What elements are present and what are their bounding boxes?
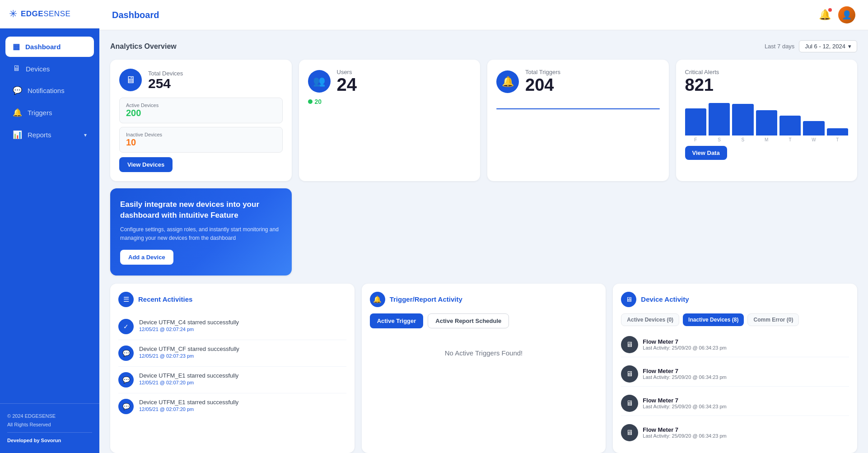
logo-text: EDGESENSE <box>21 9 70 19</box>
device-last-activity: Last Activity: 25/09/20 @ 06:34:23 pm <box>643 433 726 439</box>
sidebar-item-dashboard[interactable]: ▦ Dashboard <box>5 37 94 57</box>
sidebar: ✳ EDGESENSE ▦ Dashboard 🖥 Devices 💬 Noti… <box>0 0 99 453</box>
recent-activities-icon: ☰ <box>118 292 134 307</box>
main-content: Dashboard 🔔 👤 Analytics Overview Last 7 … <box>99 0 868 453</box>
view-devices-button[interactable]: View Devices <box>119 157 173 172</box>
notification-button[interactable]: 🔔 <box>819 9 831 21</box>
inactive-devices-value: 10 <box>126 137 276 148</box>
triggers-label: Total Triggers <box>525 69 560 75</box>
reports-icon: 📊 <box>13 130 22 140</box>
activity-text: Device UTFM_E1 starred successfully <box>139 399 238 406</box>
bottom-row: ☰ Recent Activities ✓ Device UTFM_C4 sta… <box>110 284 857 453</box>
activity-icon: 💬 <box>118 372 134 388</box>
device-avatar: 🖥 <box>621 365 638 383</box>
date-filter: Last 7 days Jul 6 - 12, 2024 ▾ <box>765 40 857 52</box>
device-name: Flow Meter 7 <box>643 426 726 433</box>
bar-label: S <box>709 137 730 142</box>
bar-label: S <box>732 137 753 142</box>
sidebar-item-label: Devices <box>26 65 50 73</box>
activity-item: 💬 Device UTFM_E1 starred successfully 12… <box>118 367 346 393</box>
trigger-activity-title: Trigger/Report Activity <box>390 295 462 303</box>
device-activity-title: Device Activity <box>641 295 689 303</box>
triggers-divider <box>496 108 660 109</box>
device-tab[interactable]: Comm Error (0) <box>747 313 799 326</box>
sidebar-item-label: Reports <box>28 131 51 139</box>
developed-by: Developed by Sovorun <box>7 436 92 445</box>
chevron-down-icon: ▾ <box>848 43 851 50</box>
device-tab[interactable]: Active Devices (0) <box>621 313 679 326</box>
analytics-title: Analytics Overview <box>110 42 177 51</box>
cards-row: 🖥 Total Devices 254 Active Devices 200 I… <box>110 60 857 276</box>
header: Dashboard 🔔 👤 <box>99 0 868 30</box>
header-right: 🔔 👤 <box>819 6 855 23</box>
activity-item: 💬 Device UTFM_E1 starred successfully 12… <box>118 393 346 420</box>
bar-labels: FSSMTWT <box>685 137 849 142</box>
cta-card: Easily integrate new devices into your d… <box>110 188 292 276</box>
inactive-devices-label: Inactive Devices <box>126 132 276 137</box>
date-filter-label: Last 7 days <box>765 43 795 50</box>
sidebar-item-notifications[interactable]: 💬 Notifications <box>5 80 94 101</box>
triggers-value: 204 <box>525 75 560 95</box>
users-sub: 20 <box>308 98 471 105</box>
trigger-tab[interactable]: Active Trigger <box>370 313 424 328</box>
activity-list: ✓ Device UTFM_C4 starred successfully 12… <box>118 313 346 420</box>
bar-T <box>779 116 801 135</box>
green-dot-icon <box>308 99 313 104</box>
device-name: Flow Meter 7 <box>643 338 726 345</box>
device-last-activity: Last Activity: 25/09/20 @ 06:34:23 pm <box>643 374 726 380</box>
bar-label: W <box>803 137 824 142</box>
sidebar-nav: ▦ Dashboard 🖥 Devices 💬 Notifications 🔔 … <box>0 28 99 403</box>
total-devices-card: 🖥 Total Devices 254 Active Devices 200 I… <box>110 60 292 181</box>
activity-icon: ✓ <box>118 319 134 334</box>
device-last-activity: Last Activity: 25/09/20 @ 06:34:23 pm <box>643 345 726 350</box>
activity-text: Device UTFM_E1 starred successfully <box>139 372 238 379</box>
bar-label: F <box>685 137 706 142</box>
device-last-activity: Last Activity: 25/09/20 @ 06:34:23 pm <box>643 404 726 409</box>
date-range-button[interactable]: Jul 6 - 12, 2024 ▾ <box>799 40 857 52</box>
device-activity-card: 🖥 Device Activity Active Devices (0)Inac… <box>613 284 857 453</box>
trigger-activity-card: 🔔 Trigger/Report Activity Active Trigger… <box>362 284 606 453</box>
activity-time: 12/05/21 @ 02:07:24 pm <box>139 327 239 332</box>
device-name: Flow Meter 7 <box>643 397 726 404</box>
device-list: 🖥 Flow Meter 7 Last Activity: 25/09/20 @… <box>621 332 849 445</box>
triggers-card: 🔔 Total Triggers 204 <box>487 60 669 181</box>
sidebar-item-triggers[interactable]: 🔔 Triggers <box>5 103 94 123</box>
device-item: 🖥 Flow Meter 7 Last Activity: 25/09/20 @… <box>621 420 849 445</box>
sidebar-item-reports[interactable]: 📊 Reports ▾ <box>5 125 94 145</box>
cta-description: Configure settings, assign roles, and in… <box>120 225 282 243</box>
add-device-button[interactable]: Add a Device <box>120 250 173 265</box>
cta-title: Easily integrate new devices into your d… <box>120 199 282 221</box>
users-card: 👥 Users 24 20 <box>299 60 481 181</box>
trigger-tab[interactable]: Active Report Schedule <box>428 313 509 328</box>
activity-time: 12/05/21 @ 02:07:23 pm <box>139 353 239 359</box>
trigger-activity-icon: 🔔 <box>370 292 385 307</box>
devices-card-icon: 🖥 <box>119 69 142 91</box>
device-avatar: 🖥 <box>621 424 638 441</box>
bar-chart <box>685 99 849 135</box>
activity-time: 12/05/21 @ 02:07:20 pm <box>139 380 238 385</box>
no-triggers-message: No Active Triggers Found! <box>370 336 598 370</box>
sidebar-item-devices[interactable]: 🖥 Devices <box>5 59 94 79</box>
view-data-button[interactable]: View Data <box>685 146 727 160</box>
bar-S <box>732 104 753 135</box>
bar-W <box>803 121 824 135</box>
alerts-label: Critical Alerts <box>685 69 849 75</box>
logo: ✳ EDGESENSE <box>0 0 99 28</box>
bar-T <box>827 128 848 135</box>
notification-dot <box>828 8 832 12</box>
triggers-card-icon: 🔔 <box>496 70 519 93</box>
bar-S <box>709 103 730 135</box>
device-item: 🖥 Flow Meter 7 Last Activity: 25/09/20 @… <box>621 332 849 357</box>
sidebar-footer: © 2024 EDGESENSE All Rights Reserved Dev… <box>0 403 99 453</box>
devices-icon: 🖥 <box>13 64 20 73</box>
avatar[interactable]: 👤 <box>838 6 855 23</box>
logo-icon: ✳ <box>9 8 17 20</box>
bar-label: T <box>827 137 848 142</box>
sidebar-item-label: Dashboard <box>25 43 61 51</box>
activity-text: Device UTFM_CF starred successfully <box>139 346 239 352</box>
page-title: Dashboard <box>112 10 159 20</box>
activity-icon: 💬 <box>118 346 134 361</box>
device-tab[interactable]: Inactive Devices (8) <box>683 313 744 326</box>
active-devices-value: 200 <box>126 108 276 118</box>
bar-label: M <box>756 137 777 142</box>
